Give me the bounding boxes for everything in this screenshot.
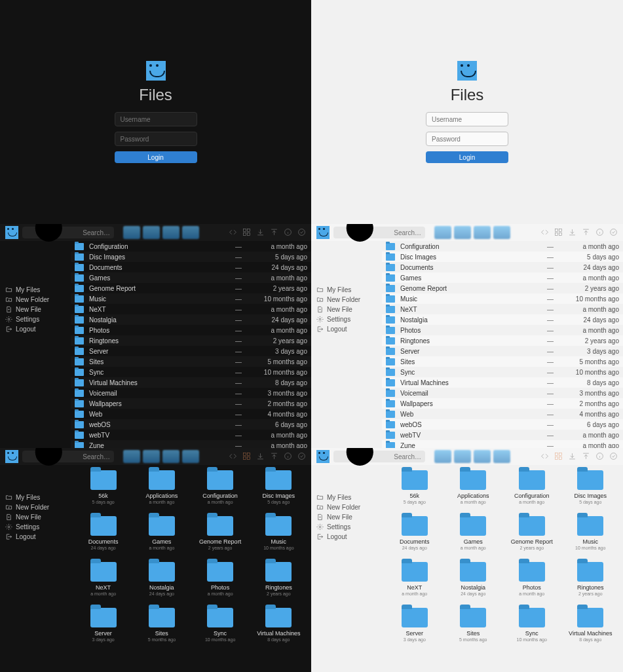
table-row[interactable]: Virtual Machines—8 days ago xyxy=(382,377,623,388)
grid-item[interactable]: Applicationsa month ago xyxy=(136,470,187,504)
grid-view-icon[interactable] xyxy=(554,452,563,462)
recent-thumbs[interactable] xyxy=(123,226,199,239)
info-icon[interactable] xyxy=(595,228,604,238)
grid-view-icon[interactable] xyxy=(242,452,251,462)
grid-item[interactable]: Configurationa month ago xyxy=(506,470,558,504)
grid-item[interactable]: Documents24 days ago xyxy=(388,516,441,550)
table-row[interactable]: webOS—6 days ago xyxy=(382,419,623,430)
file-grid[interactable]: 56k5 days agoApplicationsa month agoConf… xyxy=(71,465,311,672)
table-row[interactable]: Documents—24 days ago xyxy=(71,262,311,272)
table-row[interactable]: Web—4 months ago xyxy=(382,409,623,419)
code-view-icon[interactable] xyxy=(540,228,549,238)
grid-item[interactable]: Sync10 months ago xyxy=(506,608,558,642)
recent-thumbs[interactable] xyxy=(434,450,510,463)
sidebar-item-logout[interactable]: Logout xyxy=(315,532,378,542)
sidebar-item-logout[interactable]: Logout xyxy=(4,532,67,542)
upload-icon[interactable] xyxy=(582,228,590,238)
info-icon[interactable] xyxy=(595,452,604,462)
table-row[interactable]: Sync—10 months ago xyxy=(382,367,623,377)
grid-item[interactable]: Disc Images5 days ago xyxy=(565,470,617,504)
download-icon[interactable] xyxy=(568,228,576,238)
table-row[interactable]: Wallpapers—2 months ago xyxy=(71,398,311,409)
code-view-icon[interactable] xyxy=(229,228,237,238)
table-row[interactable]: Voicemail—3 months ago xyxy=(382,388,623,398)
grid-item[interactable]: NeXTa month ago xyxy=(77,562,129,596)
table-row[interactable]: NeXT—a month ago xyxy=(382,304,623,314)
table-row[interactable]: Server—3 days ago xyxy=(71,346,311,356)
grid-item[interactable]: Sync10 months ago xyxy=(195,608,246,642)
table-row[interactable]: Disc Images—5 days ago xyxy=(382,252,623,262)
table-row[interactable]: Music—10 months ago xyxy=(382,293,623,304)
table-row[interactable]: webOS—6 days ago xyxy=(71,419,311,430)
table-row[interactable]: Genome Report—2 years ago xyxy=(71,283,311,293)
app-logo-icon[interactable] xyxy=(5,450,18,463)
table-row[interactable]: Server—3 days ago xyxy=(382,346,623,356)
download-icon[interactable] xyxy=(256,452,265,462)
grid-item[interactable]: Music10 months ago xyxy=(565,516,617,550)
login-button[interactable]: Login xyxy=(426,151,508,163)
grid-item[interactable]: Sites5 months ago xyxy=(136,608,187,642)
table-row[interactable]: Disc Images—5 days ago xyxy=(71,252,311,262)
table-row[interactable]: Zune—a month ago xyxy=(382,440,623,448)
grid-item[interactable]: Ringtones2 years ago xyxy=(253,562,305,596)
table-row[interactable]: Voicemail—3 months ago xyxy=(71,388,311,398)
sidebar-item-logout[interactable]: Logout xyxy=(4,324,67,334)
app-logo-icon[interactable] xyxy=(316,450,330,463)
table-row[interactable]: Games—a month ago xyxy=(382,272,623,283)
grid-view-icon[interactable] xyxy=(554,228,563,238)
download-icon[interactable] xyxy=(256,228,265,238)
grid-item[interactable]: Nostalgia24 days ago xyxy=(136,562,187,596)
info-icon[interactable] xyxy=(284,452,292,462)
grid-item[interactable]: Applicationsa month ago xyxy=(447,470,500,504)
sidebar-item-settings[interactable]: Settings xyxy=(315,314,378,324)
sidebar-item-settings[interactable]: Settings xyxy=(4,314,67,324)
grid-item[interactable]: Sites5 months ago xyxy=(447,608,500,642)
grid-item[interactable]: 56k5 days ago xyxy=(388,470,441,504)
sidebar-item-new-folder[interactable]: New Folder xyxy=(4,502,67,512)
grid-item[interactable]: Nostalgia24 days ago xyxy=(447,562,500,596)
upload-icon[interactable] xyxy=(270,228,278,238)
check-icon[interactable] xyxy=(297,452,306,462)
sidebar-item-my-files[interactable]: My Files xyxy=(315,493,378,502)
sidebar-item-new-folder[interactable]: New Folder xyxy=(315,502,378,512)
upload-icon[interactable] xyxy=(270,452,278,462)
grid-item[interactable]: Server3 days ago xyxy=(388,608,441,642)
grid-item[interactable]: Photosa month ago xyxy=(506,562,558,596)
grid-item[interactable]: Ringtones2 years ago xyxy=(565,562,617,596)
grid-item[interactable]: NeXTa month ago xyxy=(388,562,441,596)
table-row[interactable]: Games—a month ago xyxy=(71,272,311,283)
sidebar-item-my-files[interactable]: My Files xyxy=(4,493,67,502)
table-row[interactable]: Virtual Machines—8 days ago xyxy=(71,377,311,388)
table-row[interactable]: webTV—a month ago xyxy=(71,430,311,440)
password-input[interactable] xyxy=(426,132,508,146)
file-list[interactable]: Configuration—a month agoDisc Images—5 d… xyxy=(71,241,311,448)
sidebar-item-new-file[interactable]: New File xyxy=(315,305,378,314)
grid-item[interactable]: Virtual Machines8 days ago xyxy=(253,608,305,642)
grid-item[interactable]: Gamesa month ago xyxy=(447,516,500,550)
table-row[interactable]: Music—10 months ago xyxy=(71,293,311,304)
search-input[interactable]: Search… xyxy=(22,227,114,238)
username-input[interactable] xyxy=(115,112,197,126)
table-row[interactable]: Sites—5 months ago xyxy=(71,356,311,367)
sidebar-item-logout[interactable]: Logout xyxy=(315,324,378,334)
search-input[interactable]: Search… xyxy=(22,451,114,462)
table-row[interactable]: Nostalgia—24 days ago xyxy=(382,314,623,325)
grid-item[interactable]: Photosa month ago xyxy=(195,562,246,596)
username-input[interactable] xyxy=(426,112,508,126)
app-logo-icon[interactable] xyxy=(316,226,330,239)
check-icon[interactable] xyxy=(609,452,618,462)
sidebar-item-settings[interactable]: Settings xyxy=(4,522,67,532)
recent-thumbs[interactable] xyxy=(434,226,510,239)
grid-item[interactable]: 56k5 days ago xyxy=(77,470,129,504)
table-row[interactable]: Ringtones—2 years ago xyxy=(382,335,623,346)
table-row[interactable]: Genome Report—2 years ago xyxy=(382,283,623,293)
sidebar-item-my-files[interactable]: My Files xyxy=(315,285,378,295)
grid-item[interactable]: Music10 months ago xyxy=(253,516,305,550)
app-logo-icon[interactable] xyxy=(5,226,18,239)
code-view-icon[interactable] xyxy=(229,452,237,462)
table-row[interactable]: Wallpapers—2 months ago xyxy=(382,398,623,409)
search-input[interactable]: Search… xyxy=(333,451,425,462)
upload-icon[interactable] xyxy=(582,452,590,462)
file-list[interactable]: Configuration—a month agoDisc Images—5 d… xyxy=(382,241,623,448)
search-input[interactable]: Search… xyxy=(333,227,425,238)
